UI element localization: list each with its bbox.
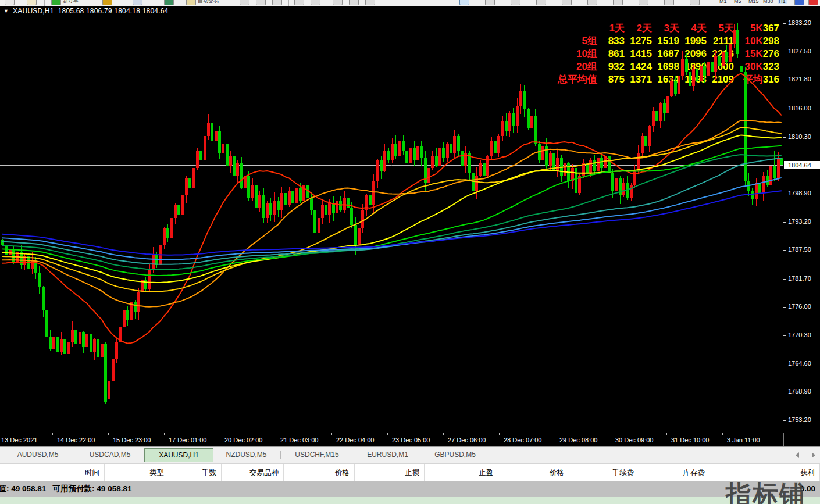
chart-area[interactable]: 1天2天3天4天5天5K3675组833127515191995211110K2… bbox=[0, 16, 820, 433]
shapes-tool-button[interactable] bbox=[664, 0, 674, 5]
toolbar-separator bbox=[44, 0, 45, 6]
fibonacci-tool-button[interactable] bbox=[613, 0, 623, 5]
pointer-icon[interactable] bbox=[794, 0, 804, 5]
price-axis-label: 1810.30 bbox=[788, 133, 818, 140]
time-axis-tick bbox=[108, 433, 109, 435]
symbol-dropdown-icon[interactable]: ▼ bbox=[3, 6, 9, 16]
bottom-strip bbox=[0, 497, 820, 504]
table-header-8[interactable]: 手续费 bbox=[569, 464, 639, 481]
window-icon[interactable] bbox=[5, 0, 15, 5]
horizontal-line-tool-button[interactable] bbox=[536, 0, 546, 5]
mail-icon[interactable] bbox=[133, 0, 142, 5]
symbol-tab-audusd-m5[interactable]: AUDUSD,M5 bbox=[0, 449, 76, 461]
table-header-0[interactable]: 时间 bbox=[0, 464, 105, 481]
symbol-tab-usdchf-m15[interactable]: USDCHF,M15 bbox=[280, 449, 354, 461]
crosshair-tool-button[interactable] bbox=[485, 0, 495, 5]
chart-symbol: XAUUSD,H1 bbox=[13, 7, 54, 15]
time-axis-tick bbox=[52, 433, 53, 435]
price-axis-label: 1816.00 bbox=[788, 105, 818, 112]
cascade-windows-icon[interactable] bbox=[349, 0, 359, 5]
symbol-tab-xauusd-h1[interactable]: XAUUSD,H1 bbox=[144, 448, 213, 462]
table-header-7[interactable]: 价格 bbox=[498, 464, 569, 481]
quote-open: 1805.68 bbox=[58, 7, 84, 15]
trendline-tool-button[interactable] bbox=[562, 0, 572, 5]
time-axis-tick bbox=[331, 433, 332, 435]
timeframe-M1-button[interactable]: M1 bbox=[719, 0, 727, 4]
time-axis: 13 Dec 202114 Dec 22:0015 Dec 23:0017 De… bbox=[0, 433, 820, 447]
text-ae-tool-button[interactable] bbox=[587, 0, 597, 5]
bar-chart-icon[interactable] bbox=[240, 0, 249, 5]
watermark: 指标铺 bbox=[726, 478, 806, 504]
time-axis-label: 17 Dec 01:00 bbox=[169, 437, 206, 444]
tab-scroll-left-icon[interactable] bbox=[796, 452, 799, 458]
new-order-button[interactable] bbox=[51, 0, 61, 5]
time-axis-label: 21 Dec 03:00 bbox=[280, 437, 318, 444]
arrows-tool-button[interactable] bbox=[690, 0, 700, 5]
table-header-5[interactable]: 止损 bbox=[355, 464, 425, 481]
table-header-6[interactable]: 止盈 bbox=[425, 464, 498, 481]
price-axis-tick bbox=[783, 80, 786, 80]
symbol-tab-eurusd-m1[interactable]: EURUSD,M1 bbox=[354, 449, 422, 461]
time-axis-label: 22 Dec 04:00 bbox=[336, 437, 374, 444]
table-header-4[interactable]: 价格 bbox=[284, 464, 355, 481]
time-axis-tick bbox=[666, 433, 667, 435]
price-axis-tick bbox=[783, 137, 786, 138]
quote-low: 1804.18 bbox=[114, 7, 140, 15]
symbol-tab-nzdusd-m5[interactable]: NZDUSD,M5 bbox=[212, 449, 280, 461]
autotrade-button[interactable] bbox=[186, 0, 196, 5]
equity-value: 49 058.81 bbox=[11, 484, 46, 493]
price-axis-label: 1758.90 bbox=[788, 388, 818, 395]
chat-icon[interactable] bbox=[808, 0, 818, 5]
trade-table-header: 时间类型手数交易品种价格止损止盈价格手续费库存费获利 bbox=[0, 464, 820, 482]
price-axis-label: 1827.50 bbox=[788, 48, 818, 55]
candle-chart-icon[interactable] bbox=[256, 0, 266, 5]
indicators-icon[interactable] bbox=[365, 0, 375, 5]
quote-high: 1806.79 bbox=[86, 7, 112, 15]
time-axis-label: 28 Dec 07:00 bbox=[504, 437, 541, 444]
toolbar-separator bbox=[711, 0, 711, 6]
table-header-3[interactable]: 交易品种 bbox=[222, 464, 284, 481]
timeframe-H1-button[interactable]: H1 bbox=[778, 0, 787, 4]
time-axis-tick bbox=[276, 433, 276, 435]
tab-scroll-right-icon[interactable] bbox=[812, 452, 815, 458]
candlestick-canvas[interactable] bbox=[0, 16, 783, 433]
globe-icon[interactable] bbox=[164, 0, 174, 5]
toolbar-separator bbox=[288, 0, 289, 6]
time-axis-tick bbox=[220, 433, 220, 435]
timeframe-M15-button[interactable]: M15 bbox=[748, 0, 759, 4]
current-price-box: 1804.64 bbox=[784, 161, 820, 169]
time-axis-tick bbox=[722, 433, 723, 435]
price-axis-label: 1764.60 bbox=[788, 360, 818, 367]
price-axis-label: 1787.50 bbox=[788, 246, 818, 253]
autotrade-label: 自动交易 bbox=[198, 0, 219, 5]
time-axis-label: 14 Dec 22:00 bbox=[57, 437, 95, 444]
zoom-in-icon[interactable] bbox=[294, 0, 304, 5]
table-header-2[interactable]: 手数 bbox=[169, 464, 222, 481]
zoom-out-icon[interactable] bbox=[311, 0, 320, 5]
table-header-9[interactable]: 库存费 bbox=[639, 464, 710, 481]
timeframe-M30-button[interactable]: M30 bbox=[763, 0, 773, 4]
symbol-tab-gbpusd-m5[interactable]: GBPUSD,M5 bbox=[422, 449, 489, 461]
time-axis-label: 30 Dec 09:00 bbox=[615, 437, 653, 444]
price-axis-tick bbox=[783, 23, 786, 24]
line-chart-icon[interactable] bbox=[272, 0, 282, 5]
new-order-label: 新订单 bbox=[63, 0, 79, 5]
vertical-line-tool-button[interactable] bbox=[511, 0, 520, 5]
tile-windows-icon[interactable] bbox=[333, 0, 343, 5]
symbol-tab-usdcad-m5[interactable]: USDCAD,M5 bbox=[76, 449, 144, 461]
time-axis-label: 23 Dec 05:00 bbox=[392, 437, 430, 444]
text-tool-button[interactable] bbox=[639, 0, 648, 5]
time-axis-label: 3 Jan 11:00 bbox=[727, 437, 760, 444]
timeframe-M5-button[interactable]: M5 bbox=[734, 0, 741, 4]
cursor-tool-button[interactable] bbox=[459, 0, 469, 5]
price-axis: 1833.201827.501821.801816.001810.301798.… bbox=[783, 16, 820, 433]
time-axis-label: 20 Dec 02:00 bbox=[224, 437, 262, 444]
table-header-1[interactable]: 类型 bbox=[105, 464, 169, 481]
price-axis-tick bbox=[783, 250, 786, 251]
price-axis-tick bbox=[783, 109, 786, 109]
time-axis-tick bbox=[443, 433, 444, 435]
market-watch-search-icon[interactable] bbox=[27, 0, 37, 5]
price-axis-tick bbox=[783, 392, 786, 392]
price-axis-tick bbox=[783, 420, 786, 421]
gold-icon[interactable] bbox=[102, 0, 112, 5]
